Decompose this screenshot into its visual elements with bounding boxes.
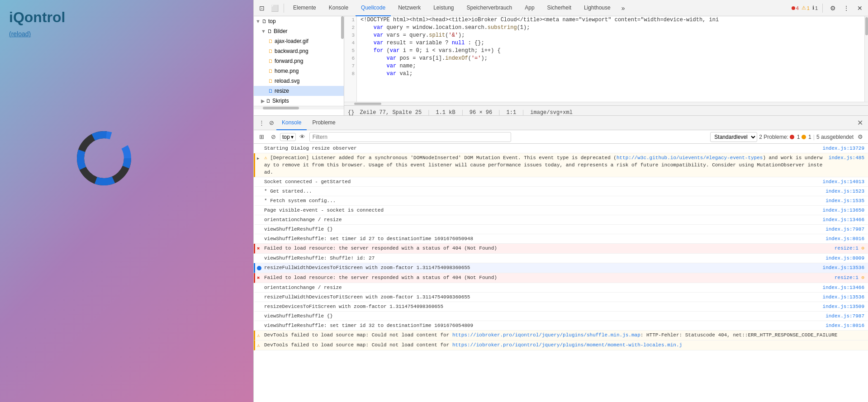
tab-quellcode[interactable]: Quellcode	[356, 0, 391, 16]
msg-source-5[interactable]: index.js:13650	[819, 207, 864, 214]
console-settings-btn[interactable]: ⚙	[855, 132, 865, 142]
tab-leistung[interactable]: Leistung	[428, 0, 459, 16]
msg-source-9[interactable]: resize:1 ⊙	[831, 245, 864, 252]
source-viewer: 1 2 3 4 5 6 7 8 <!DOCTYPE html><html><he…	[344, 16, 868, 115]
hidden-count[interactable]: 5 ausgeblendet	[816, 134, 854, 140]
bilder-folder-icon: 🗋	[267, 28, 272, 34]
warn-badge: ⚠ 1	[802, 5, 810, 11]
tab-elemente[interactable]: Elemente	[288, 0, 322, 16]
tab-netzwerk[interactable]: Netzwerk	[393, 0, 426, 16]
app-title: iQontrol	[0, 0, 253, 30]
console-eye-btn[interactable]: 👁	[298, 132, 308, 142]
more-options-btn[interactable]: ⋮	[841, 3, 852, 14]
console-msg-19: ⚠ DevTools failed to load source map: Co…	[254, 341, 868, 350]
msg-source-14[interactable]: index.js:13536	[819, 293, 864, 301]
console-msg-14: resizeFullWidthDevicesToFitScreen with z…	[254, 293, 868, 302]
msg-source-17[interactable]: index.js:8016	[822, 322, 864, 329]
moment-map-link[interactable]: https://iobroker.pro/iqontrol/jquery/plu…	[452, 342, 682, 348]
tree-item-top[interactable]: ▼ 🗋 top	[254, 16, 344, 26]
tab-sicherheit[interactable]: Sicherheit	[542, 0, 577, 16]
msg-source-10[interactable]: index.js:8009	[822, 255, 864, 262]
console-clear-btn[interactable]: ⊘	[266, 118, 276, 128]
tree-item-resize[interactable]: 🗋 resize	[254, 86, 344, 96]
source-hscroll-thumb[interactable]	[354, 103, 381, 105]
msg-source-4[interactable]: index.js:1535	[822, 197, 864, 204]
console-msg-8: viewShuffleReshuffle: set timer id 27 to…	[254, 234, 868, 244]
error-badge: 4	[792, 5, 799, 11]
top-section: ▼ 🗋 top ▼ 🗋 Bilder 🗋 ajax-loader.gif 🗋 b…	[254, 16, 868, 116]
msg-source-3[interactable]: index.js:1523	[822, 188, 864, 195]
shuffle-map-link[interactable]: https://iobroker.pro/iqontrol/jquery/plu…	[452, 332, 640, 338]
close-devtools-btn[interactable]: ✕	[854, 3, 865, 14]
tab-app[interactable]: App	[519, 0, 540, 16]
deprecation-link[interactable]: http://w3c.github.io/uievents/#legacy-ev…	[617, 155, 763, 161]
source-status: {} Zeile 77, Spalte 25 | 1.1 kB | 96 × 9…	[344, 105, 868, 115]
console-block-btn[interactable]: ⊘	[268, 132, 278, 142]
msg-icon-9: ✖	[257, 245, 264, 252]
msg-icon-18: ⚠	[257, 332, 264, 339]
msg-source-12[interactable]: resize:1 ⊙	[831, 274, 864, 281]
console-menu-btn[interactable]: ⋮	[256, 118, 266, 128]
tab-lighthouse[interactable]: Lighthouse	[579, 0, 616, 16]
tab-konsole[interactable]: Konsole	[323, 0, 354, 16]
msg-source-8[interactable]: index.js:8016	[822, 235, 864, 242]
tab-speicherverbrauch[interactable]: Speicherverbrauch	[461, 0, 518, 16]
tree-hscroll-thumb[interactable]	[263, 107, 299, 109]
tree-item-backward[interactable]: 🗋 backward.png	[254, 46, 344, 56]
file-icon-forward: 🗋	[268, 58, 273, 64]
console-sidebar-btn[interactable]: ⊞	[256, 132, 266, 142]
source-code: <!DOCTYPE html><html><head><title>ioBrok…	[357, 16, 864, 102]
console-msg-2: Socket connected - getStarted index.js:1…	[254, 177, 868, 187]
msg-source-11[interactable]: index.js:13536	[819, 264, 864, 271]
app-reload[interactable]: (reload)	[0, 30, 253, 38]
console-msg-3: * Get started... index.js:1523	[254, 187, 868, 196]
console-msg-6: orientationchange / resize index.js:1346…	[254, 215, 868, 225]
console-msg-5: Page visible-event - socket is connected…	[254, 206, 868, 215]
devtools-panel: ⊡ ⬜ Elemente Konsole Quellcode Netzwerk …	[253, 0, 868, 402]
console-msg-4: * Fetch system config... index.js:1535	[254, 196, 868, 206]
msg-icon-11	[257, 265, 264, 272]
tree-scrollbar-thumb[interactable]	[341, 16, 344, 39]
source-scroll-thumb[interactable]	[865, 17, 868, 35]
msg-source-7[interactable]: index.js:7987	[822, 226, 864, 233]
msg-source-1[interactable]: index.js:485	[825, 154, 864, 161]
close-console-btn[interactable]: ✕	[854, 118, 865, 128]
more-tabs-btn[interactable]: »	[618, 3, 629, 14]
tree-item-ajax[interactable]: 🗋 ajax-loader.gif	[254, 36, 344, 46]
tree-item-home[interactable]: 🗋 home.png	[254, 66, 344, 76]
console-msg-18: ⚠ DevTools failed to load source map: Co…	[254, 331, 868, 341]
settings-btn[interactable]: ⚙	[827, 3, 838, 14]
console-messages[interactable]: Starting Dialog resize observer index.js…	[254, 144, 868, 402]
tab-konsole-bottom[interactable]: Konsole	[276, 116, 307, 130]
devtools-inspect-btn[interactable]: ⊡	[256, 3, 267, 14]
loading-spinner	[72, 127, 136, 190]
log-level-select[interactable]: Standardlevel	[710, 132, 757, 142]
msg-source-6[interactable]: index.js:13466	[819, 216, 864, 223]
sep2: |	[813, 134, 815, 140]
warn-icon: ⚠	[802, 5, 806, 11]
tree-item-bilder[interactable]: ▼ 🗋 Bilder	[254, 26, 344, 36]
console-msg-13: orientationchange / resize index.js:1346…	[254, 283, 868, 293]
msg-source-13[interactable]: index.js:13466	[819, 284, 864, 291]
status-mime: image/svg+xml	[530, 109, 573, 116]
console-msg-17: viewShuffleReshuffle: set timer id 32 to…	[254, 321, 868, 331]
msg-source-16[interactable]: index.js:7987	[822, 312, 864, 320]
source-scrollbar[interactable]	[864, 16, 868, 102]
tab-probleme[interactable]: Probleme	[307, 116, 341, 130]
msg-source-2[interactable]: index.js:14013	[819, 178, 864, 185]
msg-source-0[interactable]: index.js:13729	[819, 145, 864, 152]
skripts-folder-icon: 🗋	[266, 98, 271, 104]
msg-icon-1: ▶	[257, 155, 264, 162]
msg-source-15[interactable]: index.js:13509	[819, 303, 864, 310]
console-filter-input[interactable]	[309, 132, 511, 142]
console-msg-1: ▶ ⚠ [Deprecation] Listener added for a s…	[254, 153, 868, 177]
msg-icon-19: ⚠	[257, 342, 264, 349]
tree-item-reload[interactable]: 🗋 reload.svg	[254, 76, 344, 86]
file-icon-home: 🗋	[268, 68, 273, 74]
console-msg-16: viewShuffleReshuffle {} index.js:7987	[254, 312, 868, 321]
devtools-device-btn[interactable]: ⬜	[269, 3, 280, 14]
tree-item-skripts[interactable]: ▶ 🗋 Skripts	[254, 96, 344, 106]
error-dot	[792, 6, 795, 10]
tree-item-forward[interactable]: 🗋 forward.png	[254, 56, 344, 66]
top-context-dropdown[interactable]: top ▾	[280, 133, 296, 141]
